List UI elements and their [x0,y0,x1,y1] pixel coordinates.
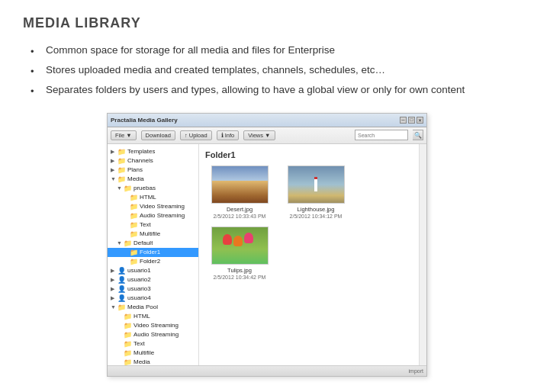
file-item-tulips[interactable]: Tulips.jpg2/5/2012 10:34:42 PM [205,227,274,280]
tree-toggle-icon: ▶ [111,286,117,292]
tree-toggle-icon: ▶ [111,277,117,283]
tree-item-label: pruebas [134,185,156,191]
sidebar-item-media[interactable]: ▼📁Media [108,175,198,184]
sidebar-item-usuario2[interactable]: ▶👤usuario2 [108,275,198,284]
sidebar-item-folder1[interactable]: 📁Folder1 [108,248,198,257]
window-controls: ─ □ ✕ [400,117,423,124]
file-item-desert[interactable]: Desert.jpg2/5/2012 10:33:43 PM [205,165,274,219]
bullet-item: •Stores uploaded media and created templ… [31,63,511,79]
maximize-button[interactable]: □ [408,117,415,124]
desert-thumbnail [212,166,268,203]
file-item-lighthouse[interactable]: Lighthouse.jpg2/5/2012 10:34:12 PM [281,165,350,219]
bullet-item: •Separates folders by users and types, a… [31,83,511,98]
tree-item-label: Multifile [140,230,160,237]
sidebar-item-folder2[interactable]: 📁Folder2 [108,257,198,266]
lighthouse-thumbnail [288,166,344,203]
folder-icon: 📁 [124,239,132,247]
tree-toggle-icon: ▼ [111,304,117,310]
sidebar-item-audio-streaming[interactable]: 📁Audio Streaming [108,211,198,220]
files-grid: Desert.jpg2/5/2012 10:33:43 PMLighthouse… [205,165,413,280]
download-button[interactable]: Download [141,130,175,140]
window-content: ▶📁Templates▶📁Channels▶📁Plans▼📁Media▼📁pru… [108,144,426,365]
file-date: 2/5/2012 10:34:42 PM [214,275,266,280]
file-name: Tulips.jpg [227,267,252,274]
bullet-dot: • [31,65,41,79]
sidebar-item-pruebas[interactable]: ▼📁pruebas [108,184,198,193]
sidebar-item-pool-audio[interactable]: 📁Audio Streaming [108,330,198,339]
page: MEDIA LIBRARY •Common space for storage … [0,0,534,392]
tree-toggle-icon: ▶ [111,295,117,301]
tree-item-label: usuario3 [127,285,151,292]
sidebar-item-pool-multifile[interactable]: 📁Multifile [108,349,198,358]
sidebar-item-templates[interactable]: ▶📁Templates [108,147,198,156]
screenshot-mockup: Practalia Media Gallery ─ □ ✕ File ▼ Dow… [107,113,427,377]
tree-item-label: HTML [140,194,156,201]
sidebar-item-plans[interactable]: ▶📁Plans [108,165,198,175]
tulips-thumbnail [212,227,268,264]
sidebar-item-text[interactable]: 📁Text [108,220,198,230]
file-thumbnail [288,165,345,204]
folder-icon: 📁 [130,221,138,229]
tree-toggle-icon: ▼ [111,176,117,182]
sidebar-item-pool-media[interactable]: 📁Media [108,358,198,365]
tree-toggle-icon: ▼ [117,240,123,246]
tree-toggle-icon: ▶ [111,268,117,274]
close-button[interactable]: ✕ [417,117,423,124]
sidebar-item-multifile[interactable]: 📁Multifile [108,230,198,239]
folder-icon: 📁 [130,212,138,220]
file-menu-button[interactable]: File ▼ [111,130,137,140]
folder-icon: 📁 [117,157,126,165]
bullet-text: Separates folders by users and types, al… [46,83,465,98]
folder-icon: 📁 [117,166,126,174]
sidebar-item-default[interactable]: ▼📁Default [108,239,198,248]
sidebar-item-pool-text[interactable]: 📁Text [108,339,198,349]
search-input[interactable] [355,130,408,140]
tree-item-label: Templates [127,148,155,155]
sidebar-item-html[interactable]: 📁HTML [108,193,198,202]
tree-item-label: Text [134,340,145,347]
current-folder-name: Folder1 [205,150,413,159]
main-panel: Folder1 Desert.jpg2/5/2012 10:33:43 PMLi… [199,144,419,365]
folder-icon: 📁 [117,175,126,183]
views-button[interactable]: Views ▼ [243,130,275,140]
sidebar-item-usuario4[interactable]: ▶👤usuario4 [108,294,198,303]
toolbar: File ▼ Download ↑ Upload ℹ Info Views ▼ … [108,127,426,144]
folder-icon: 📁 [130,194,138,201]
search-button[interactable]: 🔍 [413,130,423,140]
scrollbar[interactable] [419,144,426,365]
sidebar-item-pool-video[interactable]: 📁Video Streaming [108,321,198,330]
folder-icon: 📁 [124,331,132,339]
sidebar-item-usuario3[interactable]: ▶👤usuario3 [108,284,198,294]
tree-item-label: HTML [134,313,150,320]
folder-icon: 📁 [130,249,138,256]
upload-button[interactable]: ↑ Upload [180,130,212,140]
tree-item-label: usuario4 [127,294,151,301]
sidebar-item-channels[interactable]: ▶📁Channels [108,156,198,165]
tree-item-label: usuario1 [127,267,151,274]
folder-icon: 📁 [130,203,138,210]
sidebar-item-video-streaming[interactable]: 📁Video Streaming [108,202,198,211]
tree-toggle-icon: ▶ [111,158,117,164]
folder-icon: 📁 [124,358,132,365]
tree-item-label: Default [134,239,153,246]
bullet-dot: • [31,45,41,59]
sidebar-item-media-pool[interactable]: ▼📁Media Pool [108,303,198,312]
tree-item-label: Text [140,221,151,228]
folder-icon: 👤 [117,285,126,293]
folder-icon: 📁 [117,148,126,156]
info-button[interactable]: ℹ Info [217,130,240,140]
tree-toggle-icon: ▶ [111,167,117,173]
file-date: 2/5/2012 10:33:43 PM [214,214,266,219]
bullet-dot: • [31,85,41,98]
bullet-item: •Common space for storage for all media … [31,43,511,59]
status-bar: import [108,365,426,376]
tree-item-label: Media [127,175,144,182]
sidebar-item-usuario1[interactable]: ▶👤usuario1 [108,266,198,275]
tree-item-label: Audio Streaming [134,331,179,338]
file-name: Desert.jpg [227,206,253,213]
tree-item-label: Media Pool [127,304,158,310]
folder-icon: 📁 [124,349,132,357]
minimize-button[interactable]: ─ [400,117,407,124]
tree-item-label: Plans [127,166,143,173]
sidebar-item-pool-html[interactable]: 📁HTML [108,312,198,321]
